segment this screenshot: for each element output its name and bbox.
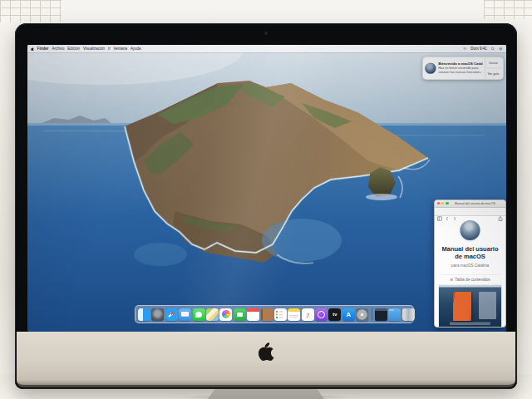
apple-logo (258, 341, 274, 361)
menu-bar-left: FinderArchivoEdiciónVisualizaciónIrVenta… (31, 47, 141, 51)
facetime-icon[interactable] (234, 308, 246, 321)
dock (135, 305, 414, 323)
search-icon[interactable] (490, 47, 495, 50)
notification-close-button[interactable]: Cerrar (485, 57, 501, 68)
menu-ir[interactable]: Ir (108, 47, 111, 51)
divider (439, 274, 501, 275)
notification-banner[interactable]: Bienvenido a macOS Catalina Haz un breve… (422, 57, 504, 80)
notification-text: Bienvenido a macOS Catalina Haz un breve… (438, 62, 483, 75)
trash-icon[interactable] (402, 308, 415, 321)
mail-icon[interactable] (179, 308, 191, 321)
menu-archivo[interactable]: Archivo (52, 47, 64, 51)
wifi-icon[interactable] (463, 47, 467, 50)
orange-book-cover (453, 292, 471, 321)
maps-icon[interactable] (206, 308, 219, 321)
window-lattice-right (484, 0, 532, 19)
menu-bar: FinderArchivoEdiciónVisualizaciónIrVenta… (27, 45, 506, 52)
table-of-contents-link[interactable]: Tabla de contenidos (435, 278, 505, 283)
manual-window-titlebar[interactable]: Manual del usuario de macOS (435, 200, 505, 208)
webcam-dot (264, 32, 268, 35)
chevron-right-icon[interactable] (452, 209, 457, 214)
desktop-screenshot-thumbnail (439, 285, 501, 328)
app-store-icon[interactable] (342, 308, 355, 321)
finder-icon[interactable] (138, 308, 150, 321)
imac-stand (208, 387, 324, 399)
photos-icon[interactable] (219, 308, 232, 321)
catalina-circle-icon (425, 62, 436, 73)
manual-window-title: Manual del usuario de macOS (446, 202, 504, 205)
safari-icon[interactable] (165, 308, 178, 321)
imac-body: FinderArchivoEdiciónVisualizaciónIrVenta… (15, 23, 517, 389)
close-window-button[interactable] (437, 202, 440, 204)
chevron-left-icon[interactable] (445, 209, 450, 214)
minimize-window-button[interactable] (441, 202, 444, 204)
menu-ventana[interactable]: Ventana (114, 47, 127, 51)
window-lattice-left (0, 0, 62, 22)
system-preferences-icon[interactable] (356, 308, 368, 321)
catalina-cover-circle (461, 220, 480, 240)
menu-ayuda[interactable]: Ayuda (131, 47, 141, 51)
room-background: FinderArchivoEdiciónVisualizaciónIrVenta… (0, 0, 532, 399)
thumbnail-window (479, 292, 496, 319)
share-icon[interactable] (498, 209, 503, 214)
notification-actions: Cerrar Ver guía (485, 57, 501, 79)
podcasts-icon[interactable] (315, 308, 328, 321)
notification-body-line2: conocer las nuevas funciones. (438, 71, 483, 75)
manual-window-toolbar (435, 208, 505, 216)
launchpad-icon[interactable] (151, 308, 164, 321)
calendar-icon[interactable] (247, 308, 259, 321)
menu-edicion[interactable]: Edición (67, 47, 80, 51)
reminders-icon[interactable] (274, 308, 287, 321)
menu-bar-clock[interactable]: Dom 9:41 (471, 47, 487, 51)
minimized-window[interactable] (375, 308, 387, 321)
list-icon (450, 278, 453, 281)
sidebar-icon[interactable] (437, 209, 442, 214)
menu-visualizacion[interactable]: Visualización (83, 47, 105, 51)
manual-subtitle: para macOS Catalina (435, 263, 505, 268)
manual-window: Manual del usuario de macOS (434, 200, 506, 328)
imac-chin (17, 332, 515, 387)
screen: FinderArchivoEdiciónVisualizaciónIrVenta… (27, 45, 506, 332)
notification-center-icon[interactable] (499, 47, 503, 50)
dock-separator (372, 308, 372, 321)
downloads-icon[interactable] (388, 308, 401, 321)
thumbnail-dock (450, 323, 490, 326)
manual-heading: Manual del usuario de macOS (435, 245, 505, 259)
manual-window-content: Manual del usuario de macOS para macOS C… (435, 216, 505, 328)
music-icon[interactable] (302, 308, 314, 321)
apple-menu-icon[interactable] (31, 47, 34, 50)
messages-icon[interactable] (193, 308, 205, 321)
notification-view-guide-button[interactable]: Ver guía (485, 68, 501, 79)
notes-icon[interactable] (288, 308, 300, 321)
contacts-icon[interactable] (261, 308, 273, 321)
tv-icon[interactable] (328, 308, 341, 321)
menu-bar-right: Dom 9:41 (463, 47, 503, 51)
thumbnail-menubar (439, 285, 501, 288)
menu-finder[interactable]: Finder (37, 47, 49, 51)
